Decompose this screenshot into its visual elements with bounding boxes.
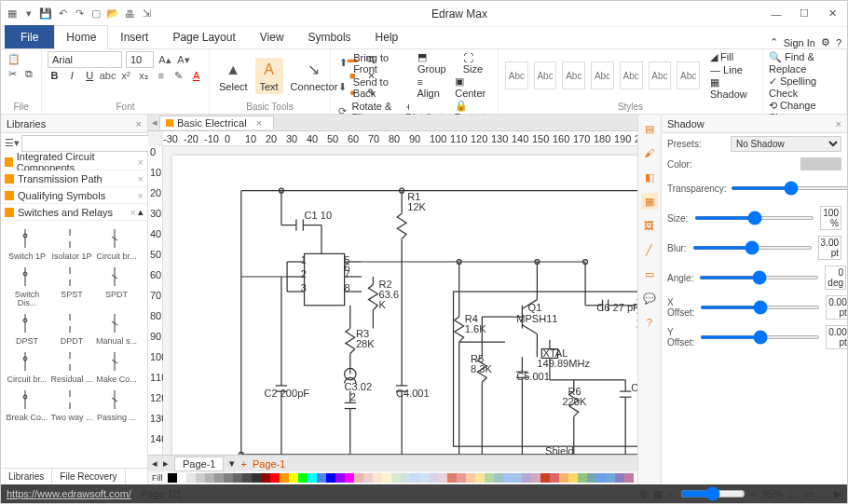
tool-image-icon[interactable]: 🖼 [641, 217, 658, 234]
color-swatch[interactable] [401, 473, 410, 483]
shadow-xoffset-value[interactable]: 0.00 pt [826, 295, 847, 320]
color-swatch[interactable] [419, 473, 429, 483]
style-preset-5[interactable]: Abc [620, 61, 643, 89]
tool-line-icon[interactable]: ╱ [641, 241, 658, 258]
shadow-transparency-slider[interactable] [731, 186, 847, 190]
tool-help-icon[interactable]: ? [641, 314, 658, 331]
spell-check-button[interactable]: ✓ Spelling Check [769, 75, 841, 99]
bring-front-icon[interactable]: ⬆ [336, 56, 349, 71]
size-button[interactable]: ⛶ Size [463, 52, 492, 75]
find-replace-button[interactable]: 🔍 Find & Replace [769, 51, 841, 75]
color-swatch[interactable] [317, 473, 326, 483]
color-swatch[interactable] [457, 473, 466, 483]
color-swatch[interactable] [177, 473, 186, 483]
align-button[interactable]: ≡ Align [417, 76, 444, 99]
color-swatch[interactable] [559, 473, 568, 483]
color-swatch[interactable] [252, 473, 261, 483]
color-swatch[interactable] [382, 473, 391, 483]
style-preset-4[interactable]: Abc [591, 61, 614, 89]
color-swatch[interactable] [298, 473, 308, 483]
page-prev-icon[interactable]: ◂ [152, 457, 157, 470]
line-button[interactable]: — Line [710, 64, 757, 75]
color-swatch[interactable] [624, 473, 634, 483]
style-preset-2[interactable]: Abc [534, 61, 557, 89]
print-icon[interactable]: 🖶 [122, 7, 137, 21]
tool-shadow-icon[interactable]: ▦ [641, 193, 658, 210]
color-swatch[interactable] [447, 473, 457, 483]
color-swatch[interactable] [522, 473, 531, 483]
color-swatch[interactable] [587, 473, 596, 483]
tab-file[interactable]: File [5, 25, 54, 48]
color-swatch[interactable] [205, 473, 214, 483]
shape-item[interactable]: Manual s... [94, 309, 139, 346]
font-name-input[interactable] [48, 51, 122, 68]
shadow-close-icon[interactable]: × [836, 118, 841, 129]
page-tab-next[interactable]: Page-1 [253, 458, 285, 470]
color-swatch[interactable] [335, 473, 345, 483]
shadow-preset-select[interactable]: No Shadow [731, 136, 841, 152]
strike-button[interactable]: abc [101, 68, 116, 83]
color-swatch[interactable] [615, 473, 624, 483]
color-swatch[interactable] [280, 473, 289, 483]
tab-view[interactable]: View [248, 25, 296, 48]
subscript-button[interactable]: x₂ [137, 68, 151, 83]
shape-item[interactable]: Passing ... [94, 386, 139, 422]
font-shrink-icon[interactable]: A▾ [176, 52, 191, 67]
color-swatch[interactable] [606, 473, 615, 483]
color-swatch[interactable] [540, 473, 550, 483]
color-swatch[interactable] [531, 473, 540, 483]
shadow-xoffset-slider[interactable] [700, 306, 820, 309]
help-icon[interactable]: ? [836, 37, 841, 48]
doctab-prev-icon[interactable]: ◂ [152, 116, 157, 129]
text-tool[interactable]: AText [255, 58, 283, 94]
page-list-icon[interactable]: ▾ [229, 457, 235, 470]
shape-item[interactable]: DPST [5, 309, 49, 346]
select-tool[interactable]: ▲Select [215, 58, 252, 94]
close-button[interactable]: ✕ [821, 5, 843, 23]
color-swatch[interactable] [289, 473, 298, 483]
superscript-button[interactable]: x² [119, 68, 133, 83]
shape-item[interactable]: DPDT [49, 309, 94, 346]
shape-item[interactable]: Switch 1P [5, 225, 49, 261]
shadow-yoffset-value[interactable]: 0.00 pt [826, 325, 847, 349]
tab-symbols[interactable]: Symbols [296, 25, 363, 48]
shadow-blur-slider[interactable] [692, 246, 813, 250]
collapse-ribbon-icon[interactable]: ⌃ [770, 36, 778, 48]
page-next-icon[interactable]: ▸ [163, 457, 169, 470]
color-swatch[interactable] [494, 473, 503, 483]
tab-home[interactable]: Home [54, 25, 108, 49]
shape-item[interactable]: Isolator 1P [49, 225, 94, 261]
export-icon[interactable]: ⇲ [139, 7, 154, 21]
tool-comment-icon[interactable]: 💬 [641, 290, 658, 306]
tool-page-icon[interactable]: ▭ [641, 266, 658, 282]
style-preset-6[interactable]: Abc [649, 61, 672, 89]
page-add-icon[interactable]: + [240, 458, 246, 470]
tool-layers-icon[interactable]: ▤ [641, 120, 658, 137]
page-tab-current[interactable]: Page-1 [174, 456, 224, 471]
settings-icon[interactable]: ⚙ [821, 36, 830, 48]
paste-icon[interactable]: 📋 [7, 51, 21, 66]
shape-item[interactable]: Switch Dis... [5, 263, 49, 307]
color-swatch[interactable] [503, 473, 513, 483]
shadow-yoffset-slider[interactable] [700, 335, 820, 339]
center-button[interactable]: ▣ Center [455, 75, 492, 99]
tab-page-layout[interactable]: Page Layout [160, 25, 247, 48]
lib-cat-1[interactable]: Transmission Path× [1, 170, 147, 187]
zoom-out-button[interactable]: − [668, 488, 674, 499]
color-swatch[interactable] [466, 473, 475, 483]
group-button[interactable]: ⬒ Group [417, 51, 454, 75]
library-close-icon[interactable]: × [136, 118, 142, 129]
color-swatch[interactable] [224, 473, 233, 483]
shape-item[interactable]: Make Co... [94, 347, 139, 384]
color-swatch[interactable] [373, 473, 382, 483]
color-swatch[interactable] [363, 473, 373, 483]
color-swatch[interactable] [485, 473, 494, 483]
color-swatch[interactable] [438, 473, 447, 483]
lib-cat-2[interactable]: Qualifying Symbols× [1, 187, 147, 204]
lib-cat-3[interactable]: Switches and Relays×▴ [1, 204, 147, 221]
color-swatch[interactable] [345, 473, 354, 483]
color-swatch[interactable] [261, 473, 270, 483]
color-swatch[interactable] [596, 473, 606, 483]
view-present-icon[interactable]: ▶ [834, 488, 841, 500]
shape-item[interactable]: SPDT [94, 263, 139, 307]
